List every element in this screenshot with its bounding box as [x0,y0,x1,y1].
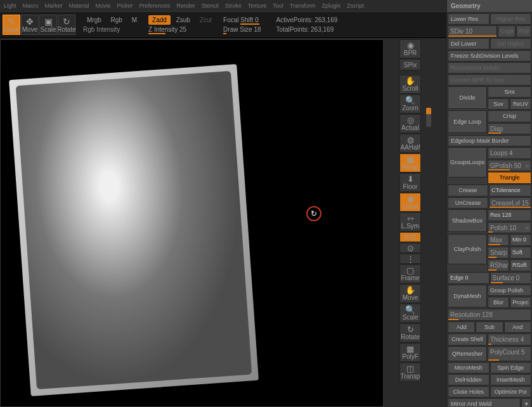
menu-preferences[interactable]: Preferences [139,3,171,9]
rgb-intensity-slider[interactable]: Rgb Intensity [83,26,141,33]
edgeloop-mask-button[interactable]: Edgeloop Mask Border [448,135,531,146]
cage-button[interactable]: Cage [498,25,516,37]
group-polish-button[interactable]: Group Polish [488,285,531,296]
draw-button[interactable]: ✎Draw [3,15,20,35]
shadowbox-button[interactable]: ShadowBox [448,209,487,232]
menu-macro[interactable]: Macro [23,3,39,9]
disp-slider[interactable]: Disp [488,123,531,135]
reuv-button[interactable]: ReUV [510,98,531,110]
micromesh-button[interactable]: MicroMesh [448,362,490,373]
dynamesh-button[interactable]: DynaMesh [448,285,487,307]
insertmesh-button[interactable]: InsertMesh [490,374,532,385]
bpr-button[interactable]: ◉BPR [399,39,421,58]
blur-button[interactable]: Blur [488,297,509,308]
reconstruct-button[interactable]: Reconstruct Subdiv [448,62,531,74]
qremesher-button[interactable]: QRemesher [448,346,487,361]
viewport-canvas[interactable] [0,39,384,407]
spix-button[interactable]: SPix [399,59,421,70]
frame-button[interactable]: ▢Frame [399,264,421,283]
m-mode[interactable]: M [128,16,141,23]
polyf-button[interactable]: ▦PolyF [399,343,421,362]
menu-light[interactable]: Light [4,3,16,9]
rgb-mode[interactable]: Rgb [107,16,126,23]
convert-bpr-button[interactable]: Convert BPR To Geo [448,74,531,86]
triangle-button[interactable]: Triangle [488,172,531,184]
xyz-button[interactable]: XYZ [399,232,421,242]
higher-res-button[interactable]: Higher Res [490,13,531,25]
scroll-button[interactable]: ✋Scroll [399,75,421,94]
ctolerance-slider[interactable]: CTolerance [489,184,531,197]
edgeloop-button[interactable]: Edge Loop [448,110,487,133]
menu-transform[interactable]: Transform [290,3,316,9]
creaselvl-slider[interactable]: CreaseLvl 15 [489,197,531,209]
polish-slider[interactable]: Polish 10○ [488,222,531,234]
del-lower-button[interactable]: Del Lower [448,38,490,49]
min-slider[interactable]: Min 0 [510,234,531,246]
thickness-slider[interactable]: Thickness 4 [488,333,531,346]
del-higher-button[interactable]: Del Higher [490,38,531,49]
blank1[interactable]: ⊙ [399,243,421,253]
menu-picker[interactable]: Picker [117,3,133,9]
menu-material[interactable]: Material [69,3,89,9]
menu-texture[interactable]: Texture [248,3,267,9]
uncrease-button[interactable]: UnCrease [448,197,488,209]
rshar-slider[interactable]: RShar [488,259,509,271]
floor-button[interactable]: ⬇Floor [399,173,421,192]
scale-view-button[interactable]: 🔍Scale [399,304,421,323]
rstr-button[interactable]: Rstr [516,25,531,37]
mirror-weld-button[interactable]: Mirror And Weld [448,398,521,407]
menu-stencil[interactable]: Stencil [202,3,219,9]
menu-tool[interactable]: Tool [273,3,283,9]
smt-button[interactable]: Smt [488,86,531,98]
zoom-button[interactable]: 🔍Zoom [399,94,421,113]
delhidden-button[interactable]: DelHidden [448,374,490,385]
draw-size-slider[interactable]: Draw Size 18 [223,26,261,33]
zsub-mode[interactable]: Zsub [172,16,194,23]
lower-res-button[interactable]: Lower Res [448,13,490,25]
add-button[interactable]: Add [448,321,475,333]
surface-slider[interactable]: Surface 0 [490,272,532,284]
rotate-button[interactable]: ↻Rotate [58,15,75,35]
menu-zplugin[interactable]: Zplugin [321,3,341,9]
z-intensity-slider[interactable]: Z Intensity 25 [148,26,216,33]
local-button[interactable]: ◉Local [399,193,421,212]
claypolish-button[interactable]: ClayPolish [448,234,487,264]
suv-button[interactable]: Suv [488,98,509,110]
scale-button[interactable]: ▣Scale [39,15,57,35]
spin-edge-button[interactable]: Spin Edge [490,362,532,373]
mrgb-mode[interactable]: Mrgb [83,16,105,23]
view-handle[interactable] [426,108,431,127]
crisp-button[interactable]: Crisp [488,110,531,122]
sculpt-mesh[interactable] [9,64,259,396]
menu-zscript[interactable]: Zscript [347,3,364,9]
res-slider[interactable]: Res 128 [488,209,531,221]
move-button[interactable]: ✥Move [21,15,39,35]
focal-shift-slider[interactable]: Focal Shift 0 [223,16,261,23]
zcut-mode[interactable]: Zcut [196,16,216,23]
polycount-slider[interactable]: PolyCount 5 [488,346,531,361]
resolution-slider[interactable]: Resolution 128 [448,309,531,321]
soft-slider[interactable]: Soft [510,247,531,259]
groupsloops-button[interactable]: GroupsLoops [448,147,487,178]
gpolish-slider[interactable]: GPolish 50○ [488,160,531,172]
actual-button[interactable]: ◎Actual [399,114,421,133]
mirror-axis-button[interactable]: ▾ [521,398,531,407]
max-slider[interactable]: Max [488,234,509,246]
rsoft-slider[interactable]: RSoft [510,259,531,271]
sdiv-slider[interactable]: SDiv 10 [448,25,497,37]
sub-button[interactable]: Sub [476,321,503,333]
freeze-subdiv-button[interactable]: Freeze SubDivision Levels [448,50,531,61]
create-shell-button[interactable]: Create Shell [448,333,487,346]
menu-stroke[interactable]: Stroke [225,3,242,9]
sharp-slider[interactable]: Sharp [488,247,509,259]
blank2[interactable]: ⋮ [399,254,421,264]
project-button[interactable]: Projec [510,297,531,308]
rotate-view-button[interactable]: ↻Rotate [399,323,421,342]
edge-slider[interactable]: Edge 0 [448,272,490,284]
lsym-button[interactable]: ⇿L.Sym [399,212,421,231]
menu-movie[interactable]: Movie [96,3,111,9]
optimize-button[interactable]: Optimize Poi [490,386,532,397]
close-holes-button[interactable]: Close Holes [448,386,490,397]
crease-button[interactable]: Crease [448,184,488,197]
panel-title[interactable]: Geometry [447,0,532,13]
